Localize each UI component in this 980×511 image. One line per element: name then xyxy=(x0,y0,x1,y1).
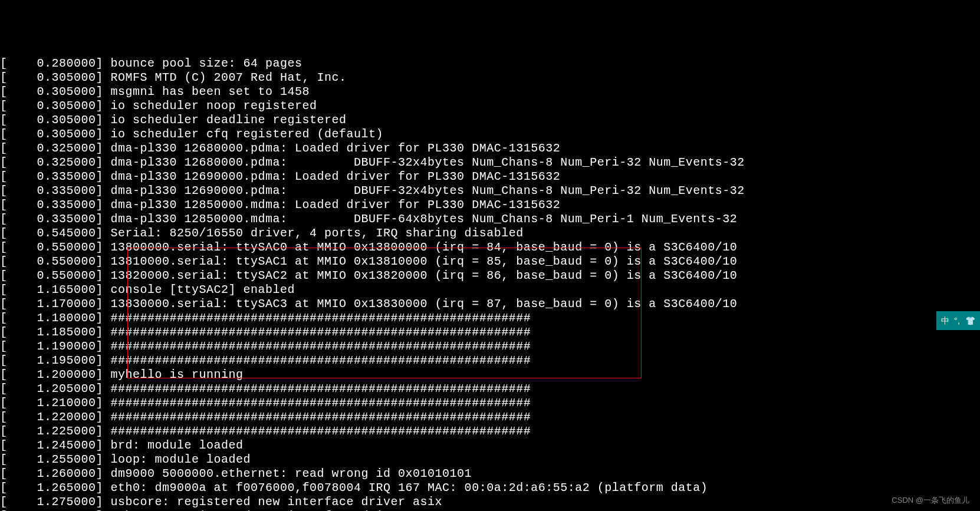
log-line: [ 0.550000] 13810000.serial: ttySAC1 at … xyxy=(0,255,980,269)
log-line: [ 1.205000] ############################… xyxy=(0,382,980,396)
ime-indicator[interactable]: 中 °, 👕 xyxy=(936,311,981,330)
log-line: [ 0.550000] 13800000.serial: ttySAC0 at … xyxy=(0,240,980,255)
ime-lang: 中 xyxy=(941,314,950,328)
log-line: [ 0.325000] dma-pl330 12680000.pdma: Loa… xyxy=(0,141,980,156)
log-line: [ 0.305000] msgmni has been set to 1458 xyxy=(0,85,980,99)
log-line: [ 0.305000] ROMFS MTD (C) 2007 Red Hat, … xyxy=(0,71,980,85)
log-line: [ 0.335000] dma-pl330 12690000.pdma: Loa… xyxy=(0,170,980,184)
log-line: [ 1.165000] console [ttySAC2] enabled xyxy=(0,283,980,297)
log-line: [ 0.325000] dma-pl330 12680000.pdma: DBU… xyxy=(0,156,980,170)
log-line: [ 1.185000] ############################… xyxy=(0,325,980,339)
log-line: [ 1.275000] usbcore: registered new inte… xyxy=(0,495,980,509)
log-line: [ 1.220000] ############################… xyxy=(0,410,980,424)
log-line: [ 0.335000] dma-pl330 12850000.mdma: Loa… xyxy=(0,198,980,212)
log-line: [ 0.305000] io scheduler noop registered xyxy=(0,99,980,113)
log-line: [ 1.200000] myhello is running xyxy=(0,368,980,382)
log-line: [ 0.545000] Serial: 8250/16550 driver, 4… xyxy=(0,226,980,240)
shirt-icon: 👕 xyxy=(965,314,976,328)
log-line: [ 1.195000] ############################… xyxy=(0,354,980,368)
terminal-output[interactable]: [ 0.280000] bounce pool size: 64 pages[ … xyxy=(0,57,980,511)
log-line: [ 1.210000] ############################… xyxy=(0,396,980,410)
log-line: [ 1.225000] ############################… xyxy=(0,424,980,439)
log-line: [ 1.255000] loop: module loaded xyxy=(0,453,980,467)
log-line: [ 0.335000] dma-pl330 12850000.mdma: DBU… xyxy=(0,212,980,226)
log-line: [ 0.305000] io scheduler cfq registered … xyxy=(0,127,980,141)
log-line: [ 1.190000] ############################… xyxy=(0,339,980,354)
log-line: [ 1.245000] brd: module loaded xyxy=(0,439,980,453)
watermark-text: CSDN @一条飞的鱼儿 xyxy=(892,493,969,507)
log-line: [ 1.265000] eth0: dm9000a at f0076000,f0… xyxy=(0,481,980,495)
log-line: [ 1.170000] 13830000.serial: ttySAC3 at … xyxy=(0,297,980,311)
ime-sep: °, xyxy=(954,314,961,328)
log-line: [ 0.280000] bounce pool size: 64 pages xyxy=(0,57,980,71)
log-line: [ 1.260000] dm9000 5000000.ethernet: rea… xyxy=(0,467,980,481)
log-line: [ 0.305000] io scheduler deadline regist… xyxy=(0,113,980,127)
log-line: [ 1.180000] ############################… xyxy=(0,311,980,325)
log-line: [ 0.335000] dma-pl330 12690000.pdma: DBU… xyxy=(0,184,980,198)
log-line: [ 0.550000] 13820000.serial: ttySAC2 at … xyxy=(0,269,980,283)
